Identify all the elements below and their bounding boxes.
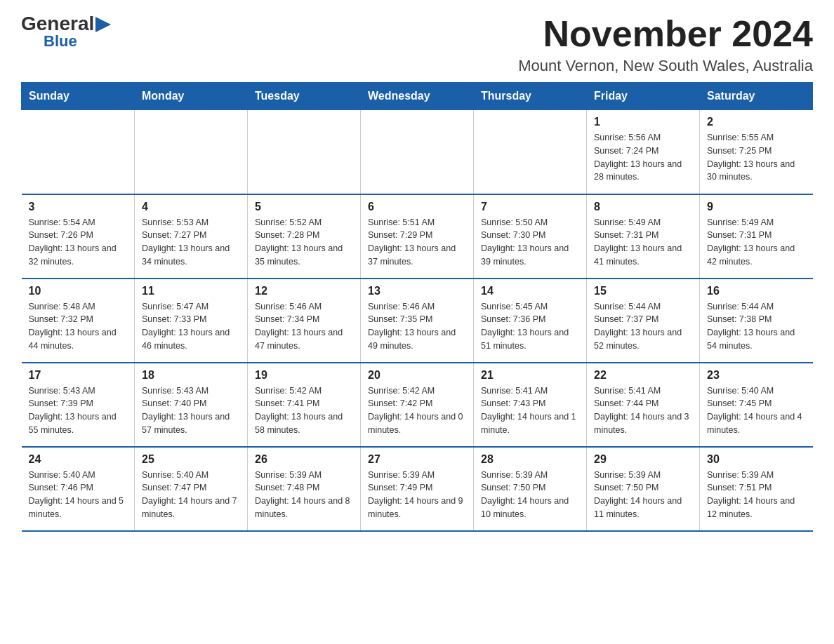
calendar-cell: 14Sunrise: 5:45 AMSunset: 7:36 PMDayligh…: [474, 279, 587, 363]
day-number: 4: [142, 201, 240, 213]
day-number: 19: [255, 369, 353, 382]
day-info: Sunrise: 5:39 AMSunset: 7:49 PMDaylight:…: [368, 469, 466, 521]
day-info: Sunrise: 5:39 AMSunset: 7:51 PMDaylight:…: [707, 469, 806, 521]
week-row-5: 24Sunrise: 5:40 AMSunset: 7:46 PMDayligh…: [22, 447, 813, 531]
day-info: Sunrise: 5:41 AMSunset: 7:44 PMDaylight:…: [594, 384, 692, 437]
calendar-cell: 15Sunrise: 5:44 AMSunset: 7:37 PMDayligh…: [587, 279, 700, 363]
svg-marker-0: [95, 17, 111, 32]
day-info: Sunrise: 5:46 AMSunset: 7:34 PMDaylight:…: [255, 300, 353, 353]
day-number: 18: [142, 369, 240, 382]
calendar-cell: 12Sunrise: 5:46 AMSunset: 7:34 PMDayligh…: [248, 279, 361, 363]
calendar-cell: 9Sunrise: 5:49 AMSunset: 7:31 PMDaylight…: [700, 194, 813, 279]
day-info: Sunrise: 5:49 AMSunset: 7:31 PMDaylight:…: [707, 216, 806, 269]
calendar-cell: 18Sunrise: 5:43 AMSunset: 7:40 PMDayligh…: [135, 363, 248, 447]
calendar-cell: 7Sunrise: 5:50 AMSunset: 7:30 PMDaylight…: [474, 194, 587, 279]
day-info: Sunrise: 5:40 AMSunset: 7:45 PMDaylight:…: [707, 384, 806, 437]
day-info: Sunrise: 5:43 AMSunset: 7:39 PMDaylight:…: [29, 384, 128, 437]
day-number: 3: [29, 201, 128, 213]
logo-general-text: General: [21, 14, 94, 34]
calendar-cell: [22, 110, 135, 194]
day-info: Sunrise: 5:44 AMSunset: 7:38 PMDaylight:…: [707, 300, 806, 353]
day-info: Sunrise: 5:42 AMSunset: 7:42 PMDaylight:…: [368, 384, 466, 437]
day-info: Sunrise: 5:39 AMSunset: 7:50 PMDaylight:…: [594, 469, 692, 521]
logo-blue-text: Blue: [44, 34, 77, 49]
day-info: Sunrise: 5:43 AMSunset: 7:40 PMDaylight:…: [142, 384, 240, 437]
day-info: Sunrise: 5:50 AMSunset: 7:30 PMDaylight:…: [481, 216, 579, 269]
calendar-cell: 24Sunrise: 5:40 AMSunset: 7:46 PMDayligh…: [22, 447, 135, 531]
day-number: 22: [594, 369, 692, 382]
calendar-cell: 29Sunrise: 5:39 AMSunset: 7:50 PMDayligh…: [587, 447, 700, 531]
calendar-cell: 10Sunrise: 5:48 AMSunset: 7:32 PMDayligh…: [22, 279, 135, 363]
calendar-cell: 2Sunrise: 5:55 AMSunset: 7:25 PMDaylight…: [700, 110, 813, 194]
day-number: 6: [368, 201, 466, 213]
day-info: Sunrise: 5:56 AMSunset: 7:24 PMDaylight:…: [594, 131, 692, 184]
header-wednesday: Wednesday: [361, 83, 474, 110]
day-info: Sunrise: 5:42 AMSunset: 7:41 PMDaylight:…: [255, 384, 353, 437]
day-number: 5: [255, 201, 353, 213]
day-info: Sunrise: 5:39 AMSunset: 7:50 PMDaylight:…: [481, 469, 579, 521]
calendar-cell: 1Sunrise: 5:56 AMSunset: 7:24 PMDaylight…: [587, 110, 700, 194]
month-title: November 2024: [518, 14, 813, 54]
calendar-cell: 17Sunrise: 5:43 AMSunset: 7:39 PMDayligh…: [22, 363, 135, 447]
day-number: 29: [594, 453, 692, 466]
week-row-2: 3Sunrise: 5:54 AMSunset: 7:26 PMDaylight…: [22, 194, 813, 279]
calendar-cell: 27Sunrise: 5:39 AMSunset: 7:49 PMDayligh…: [361, 447, 474, 531]
day-number: 30: [707, 453, 806, 466]
calendar-cell: 5Sunrise: 5:52 AMSunset: 7:28 PMDaylight…: [248, 194, 361, 279]
day-number: 9: [707, 201, 806, 213]
day-number: 27: [368, 453, 466, 466]
calendar-table: SundayMondayTuesdayWednesdayThursdayFrid…: [21, 82, 813, 532]
day-info: Sunrise: 5:49 AMSunset: 7:31 PMDaylight:…: [594, 216, 692, 269]
calendar-cell: 30Sunrise: 5:39 AMSunset: 7:51 PMDayligh…: [700, 447, 813, 531]
day-info: Sunrise: 5:47 AMSunset: 7:33 PMDaylight:…: [142, 300, 240, 353]
week-row-4: 17Sunrise: 5:43 AMSunset: 7:39 PMDayligh…: [22, 363, 813, 447]
day-number: 23: [707, 369, 806, 382]
calendar-cell: 28Sunrise: 5:39 AMSunset: 7:50 PMDayligh…: [474, 447, 587, 531]
calendar-cell: 8Sunrise: 5:49 AMSunset: 7:31 PMDaylight…: [587, 194, 700, 279]
day-number: 16: [707, 285, 806, 297]
day-number: 13: [368, 285, 466, 297]
day-info: Sunrise: 5:54 AMSunset: 7:26 PMDaylight:…: [29, 216, 128, 269]
day-info: Sunrise: 5:46 AMSunset: 7:35 PMDaylight:…: [368, 300, 466, 353]
day-number: 8: [594, 201, 692, 213]
calendar-cell: 26Sunrise: 5:39 AMSunset: 7:48 PMDayligh…: [248, 447, 361, 531]
calendar-cell: 22Sunrise: 5:41 AMSunset: 7:44 PMDayligh…: [587, 363, 700, 447]
calendar-cell: 13Sunrise: 5:46 AMSunset: 7:35 PMDayligh…: [361, 279, 474, 363]
day-number: 10: [29, 285, 128, 297]
day-info: Sunrise: 5:39 AMSunset: 7:48 PMDaylight:…: [255, 469, 353, 521]
day-number: 15: [594, 285, 692, 297]
day-number: 25: [142, 453, 240, 466]
day-info: Sunrise: 5:40 AMSunset: 7:46 PMDaylight:…: [29, 469, 128, 521]
day-info: Sunrise: 5:53 AMSunset: 7:27 PMDaylight:…: [142, 216, 240, 269]
day-info: Sunrise: 5:41 AMSunset: 7:43 PMDaylight:…: [481, 384, 579, 437]
logo: General Blue: [21, 14, 111, 49]
calendar-cell: [474, 110, 587, 194]
header-sunday: Sunday: [22, 83, 135, 110]
logo-triangle-icon: [95, 17, 111, 32]
calendar-cell: [248, 110, 361, 194]
calendar-cell: 6Sunrise: 5:51 AMSunset: 7:29 PMDaylight…: [361, 194, 474, 279]
day-number: 21: [481, 369, 579, 382]
day-number: 20: [368, 369, 466, 382]
day-info: Sunrise: 5:55 AMSunset: 7:25 PMDaylight:…: [707, 131, 806, 184]
day-number: 7: [481, 201, 579, 213]
day-number: 24: [29, 453, 128, 466]
week-row-1: 1Sunrise: 5:56 AMSunset: 7:24 PMDaylight…: [22, 110, 813, 194]
header-tuesday: Tuesday: [248, 83, 361, 110]
day-number: 1: [594, 116, 692, 128]
day-number: 17: [29, 369, 128, 382]
calendar-cell: 3Sunrise: 5:54 AMSunset: 7:26 PMDaylight…: [22, 194, 135, 279]
week-row-3: 10Sunrise: 5:48 AMSunset: 7:32 PMDayligh…: [22, 279, 813, 363]
day-number: 26: [255, 453, 353, 466]
day-number: 28: [481, 453, 579, 466]
day-info: Sunrise: 5:48 AMSunset: 7:32 PMDaylight:…: [29, 300, 128, 353]
location-title: Mount Vernon, New South Wales, Australia: [518, 57, 813, 75]
calendar-header-row: SundayMondayTuesdayWednesdayThursdayFrid…: [22, 83, 813, 110]
calendar-cell: 20Sunrise: 5:42 AMSunset: 7:42 PMDayligh…: [361, 363, 474, 447]
calendar-cell: 4Sunrise: 5:53 AMSunset: 7:27 PMDaylight…: [135, 194, 248, 279]
calendar-cell: 23Sunrise: 5:40 AMSunset: 7:45 PMDayligh…: [700, 363, 813, 447]
day-info: Sunrise: 5:44 AMSunset: 7:37 PMDaylight:…: [594, 300, 692, 353]
day-number: 2: [707, 116, 806, 128]
day-number: 11: [142, 285, 240, 297]
calendar-cell: 16Sunrise: 5:44 AMSunset: 7:38 PMDayligh…: [700, 279, 813, 363]
